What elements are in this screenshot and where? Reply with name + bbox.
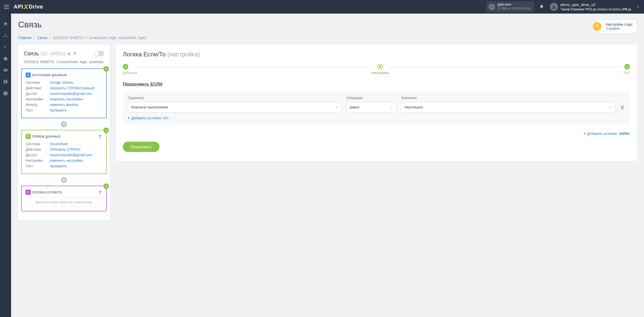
- select-op[interactable]: равно: [346, 102, 397, 112]
- svg-point-2: [4, 36, 5, 37]
- kv-row: Настройкиизменить настройки: [26, 158, 102, 163]
- breadcrumb: Главная / Связи / GOOGLE SHEETS -> (smar…: [18, 36, 637, 40]
- kv-row: ДействиеЗагрузить СТРОКИ (новые): [26, 86, 102, 90]
- actions-label: Действия:: [498, 3, 531, 7]
- connection-toggle[interactable]: [94, 51, 104, 56]
- panel-subtitle: (настройка): [167, 51, 200, 58]
- svg-point-3: [7, 36, 8, 37]
- help-title: Настройка Logic: [606, 22, 633, 26]
- continue-button[interactable]: Продолжить: [123, 142, 159, 152]
- avatar[interactable]: [550, 3, 558, 11]
- question-icon: ?: [593, 22, 601, 31]
- delete-condition-icon[interactable]: [620, 105, 625, 110]
- kv-row: СистемаSmartsheet: [26, 142, 102, 146]
- gear-icon[interactable]: [73, 52, 77, 56]
- block-title-text: ПРИЕМ ДАННЫХ: [32, 135, 61, 138]
- nav-help-icon[interactable]: ?: [3, 91, 8, 96]
- nav-briefcase-icon[interactable]: [3, 56, 8, 61]
- condition-group: Параметр Результат выполнения Операция р…: [123, 91, 630, 125]
- block-destination[interactable]: 2 ПРИЕМ ДАННЫХ СистемаSmartsheet Действи…: [21, 130, 107, 174]
- breadcrumb-current: GOOGLE SHEETS -> (smartsheet, logic, sma…: [53, 36, 146, 40]
- info-icon: i: [489, 4, 495, 10]
- add-block-button[interactable]: +: [61, 177, 67, 183]
- block-title-text: ЛОГИКА ЕСЛИ/ТО: [32, 190, 62, 194]
- chevron-down-icon[interactable]: [636, 5, 640, 9]
- kv-row: Настройкиизменить настройки: [26, 97, 102, 101]
- topbar: API X Drive i Действия: 22'059 из 100'00…: [0, 0, 644, 14]
- select-param[interactable]: Результат выполнения: [128, 102, 342, 112]
- kv-row: СистемаGoogle Sheets: [26, 81, 102, 85]
- copy-icon[interactable]: [67, 52, 71, 56]
- svg-text:$: $: [4, 45, 6, 49]
- kv-row: ДействиеОбновить СТРОКУ: [26, 147, 102, 151]
- kv-row: Тестпроверить: [26, 108, 102, 112]
- add-or-condition[interactable]: + Добавить условие «ИЛИ»: [584, 132, 630, 136]
- connection-id: (ID: 48551): [41, 51, 66, 57]
- logo-pre: API: [14, 4, 23, 10]
- label-op: Операция: [346, 96, 397, 100]
- logo-x: X: [24, 3, 28, 11]
- check-icon: [103, 183, 109, 189]
- connection-subtitle: GOOGLE SHEETS -> (smartsheet, logic, sma…: [18, 60, 110, 64]
- logo-post: Drive: [29, 4, 43, 10]
- check-icon: [103, 66, 109, 72]
- logic-settings-panel: Логика Если/То (настройка) Действие Наст…: [116, 45, 637, 161]
- block-num: 2: [26, 134, 31, 139]
- chevron-down-icon: [390, 105, 393, 109]
- tariff-days: 278: [622, 8, 627, 11]
- connection-panel: Связь (ID: 48551) GOOGLE SHEETS -> (smar…: [18, 45, 110, 220]
- block-num: 3: [26, 190, 31, 195]
- breadcrumb-links[interactable]: Связи: [37, 36, 47, 40]
- check-icon: [103, 128, 109, 133]
- chevron-down-icon: [609, 105, 612, 109]
- sidenav: $ ?: [0, 14, 11, 317]
- actions-quota[interactable]: i Действия: 22'059 из 100'000 (22%): [486, 1, 534, 12]
- kv-row: Фильтризменить фильтр: [26, 103, 102, 107]
- kv-row: Доступmaverickandrii@gmail.com: [26, 92, 102, 96]
- stepper: Действие Настройки Тест: [123, 64, 630, 75]
- delete-icon[interactable]: [98, 134, 102, 138]
- connection-title: Связь: [24, 50, 39, 57]
- panel-title: Логика Если/То: [123, 51, 167, 58]
- section-title: Продолжить ЕСЛИ: [123, 82, 630, 87]
- logo[interactable]: API X Drive: [14, 3, 43, 11]
- help-link[interactable]: Справка: [606, 26, 633, 30]
- svg-point-8: [5, 81, 6, 82]
- block-num: 1: [26, 72, 31, 77]
- block-title-text: ИСТОЧНИК ДАННЫХ: [32, 73, 67, 77]
- svg-text:?: ?: [5, 92, 7, 95]
- delete-icon[interactable]: [98, 190, 102, 194]
- nav-video-icon[interactable]: [3, 67, 8, 73]
- block-source[interactable]: 1 ИСТОЧНИК ДАННЫХ СистемаGoogle Sheets Д…: [21, 68, 107, 118]
- step-action[interactable]: Действие: [123, 64, 137, 75]
- select-val[interactable]: Неуспешно: [401, 102, 615, 112]
- bell-icon[interactable]: [539, 5, 544, 9]
- nav-profile-icon[interactable]: [3, 79, 8, 85]
- chevron-down-icon: [335, 105, 339, 109]
- menu-toggle[interactable]: [4, 5, 9, 9]
- help-badge[interactable]: ? Настройка Logic Справка: [597, 20, 637, 33]
- tariff-pre: Тариф |Премиум PRO| до оплаты осталось: [560, 8, 622, 11]
- actions-of: из: [506, 7, 511, 10]
- nav-home-icon[interactable]: [3, 21, 8, 27]
- actions-used: 22'059: [498, 7, 507, 10]
- block-logic[interactable]: 3 ЛОГИКА ЕСЛИ/ТО Данное условие сработае…: [21, 186, 107, 211]
- page-title: Связь: [18, 20, 42, 29]
- kv-row: Доступmaverickandrii@gmail.com: [26, 153, 102, 157]
- svg-point-1: [5, 33, 6, 34]
- tariff-post: дн: [627, 8, 631, 11]
- block-note: Данное условие сработает, если в блоке: [26, 198, 102, 207]
- actions-total: 100'000: [511, 7, 522, 10]
- user-info[interactable]: demo_apix_drive_s3 Тариф |Премиум PRO| д…: [560, 2, 631, 12]
- add-block-button[interactable]: +: [61, 121, 67, 127]
- nav-billing-icon[interactable]: $: [3, 44, 8, 50]
- breadcrumb-home[interactable]: Главная: [18, 36, 31, 40]
- label-val: Значение: [401, 96, 615, 100]
- label-param: Параметр: [128, 96, 342, 100]
- svg-point-0: [553, 5, 555, 7]
- username: demo_apix_drive_s3: [560, 2, 631, 7]
- add-and-condition[interactable]: + Добавить условие «И»: [128, 116, 169, 120]
- nav-connections-icon[interactable]: [3, 33, 8, 38]
- step-test[interactable]: Тест: [623, 64, 630, 75]
- step-settings[interactable]: Настройки: [372, 64, 389, 75]
